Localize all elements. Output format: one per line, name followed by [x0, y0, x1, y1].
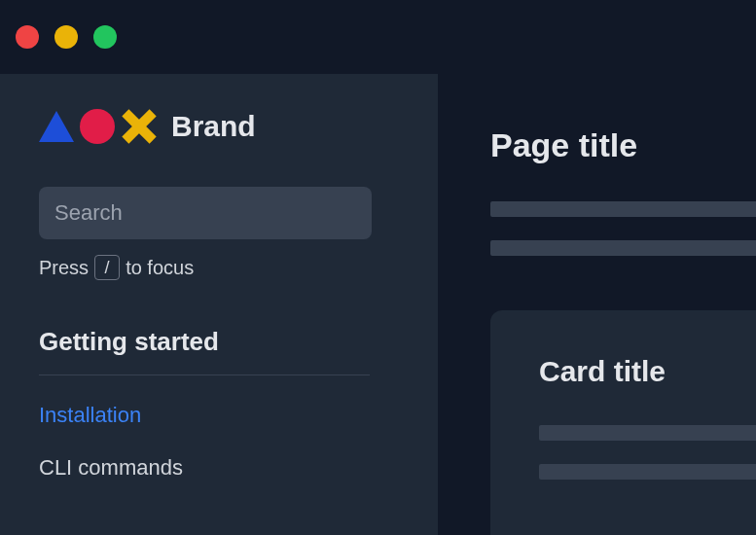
- main-content: Page title Card title: [438, 74, 756, 535]
- search-hint-post: to focus: [126, 257, 194, 279]
- sidebar-divider: [39, 374, 370, 375]
- x-icon: [121, 109, 156, 144]
- skeleton-line: [490, 240, 756, 256]
- brand-logo-icon: [39, 109, 156, 144]
- card-title: Card title: [539, 355, 756, 388]
- close-window-icon[interactable]: [16, 25, 39, 49]
- sidebar-section-title: Getting started: [39, 327, 399, 357]
- minimize-window-icon[interactable]: [54, 25, 78, 49]
- sidebar-item-cli-commands[interactable]: CLI commands: [39, 455, 399, 481]
- search-hint-pre: Press: [39, 257, 89, 279]
- search-hint: Press / to focus: [39, 255, 399, 280]
- window-titlebar: [0, 0, 756, 74]
- triangle-icon: [39, 111, 74, 142]
- brand-name: Brand: [171, 110, 256, 143]
- card: Card title: [490, 310, 756, 535]
- maximize-window-icon[interactable]: [93, 25, 117, 49]
- workspace: Brand Press / to focus Getting started I…: [0, 74, 756, 535]
- search-hint-key: /: [94, 255, 120, 280]
- search-input[interactable]: [39, 187, 372, 239]
- page-title: Page title: [490, 126, 756, 164]
- circle-icon: [80, 109, 115, 144]
- skeleton-line: [539, 425, 756, 441]
- skeleton-line: [539, 464, 756, 480]
- brand[interactable]: Brand: [39, 109, 399, 144]
- skeleton-line: [490, 201, 756, 217]
- sidebar-item-installation[interactable]: Installation: [39, 403, 399, 428]
- sidebar: Brand Press / to focus Getting started I…: [0, 74, 438, 535]
